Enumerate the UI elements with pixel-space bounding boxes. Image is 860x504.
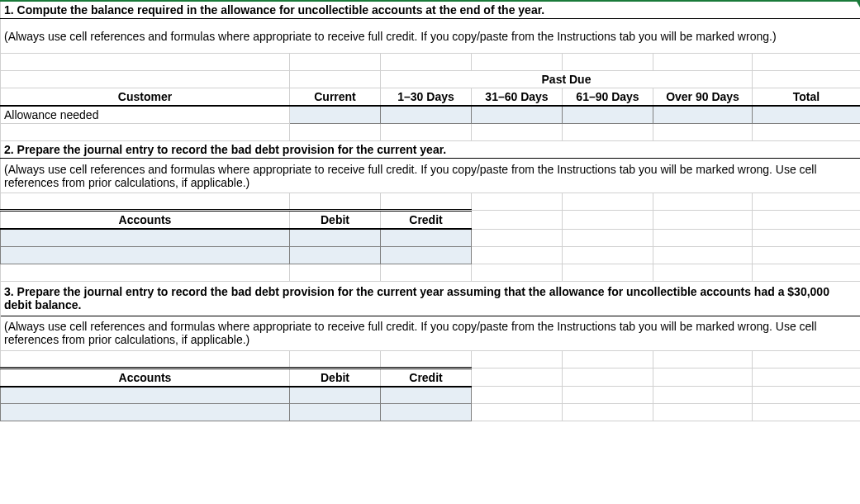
q2-col-accounts: Accounts (1, 211, 290, 230)
row-allowance-label: Allowance needed (1, 106, 290, 124)
q2-credit-2[interactable] (381, 246, 472, 264)
col-1-30: 1–30 Days (381, 88, 472, 107)
q1-note: (Always use cell references and formulas… (1, 19, 861, 54)
q3-title: 3. Prepare the journal entry to record t… (1, 281, 861, 316)
past-due-header: Past Due (381, 71, 753, 88)
col-customer: Customer (1, 88, 290, 107)
col-over-90: Over 90 Days (653, 88, 753, 107)
input-over-90[interactable] (653, 106, 753, 124)
input-61-90[interactable] (563, 106, 653, 124)
q2-col-debit: Debit (290, 211, 381, 230)
q2-col-credit: Credit (381, 211, 472, 230)
input-total[interactable] (753, 106, 861, 124)
q3-col-accounts: Accounts (1, 368, 290, 387)
input-current[interactable] (290, 106, 381, 124)
q3-debit-1[interactable] (290, 387, 381, 404)
q2-debit-1[interactable] (290, 229, 381, 246)
q2-credit-1[interactable] (381, 229, 472, 246)
q3-accounts-1[interactable] (1, 387, 290, 404)
input-31-60[interactable] (472, 106, 563, 124)
q3-accounts-2[interactable] (1, 404, 290, 421)
q3-col-debit: Debit (290, 368, 381, 387)
col-61-90: 61–90 Days (563, 88, 653, 107)
col-total: Total (753, 88, 861, 107)
q3-credit-2[interactable] (381, 404, 472, 421)
q3-col-credit: Credit (381, 368, 472, 387)
input-1-30[interactable] (381, 106, 472, 124)
spreadsheet-grid[interactable]: 1. Compute the balance required in the a… (0, 0, 860, 421)
q2-accounts-2[interactable] (1, 246, 290, 264)
q2-note: (Always use cell references and formulas… (1, 159, 861, 193)
q1-title: 1. Compute the balance required in the a… (1, 1, 861, 19)
q2-accounts-1[interactable] (1, 229, 290, 246)
q3-note: (Always use cell references and formulas… (1, 316, 861, 350)
q3-credit-1[interactable] (381, 387, 472, 404)
col-current: Current (290, 88, 381, 107)
q3-debit-2[interactable] (290, 404, 381, 421)
q2-debit-2[interactable] (290, 246, 381, 264)
col-31-60: 31–60 Days (472, 88, 563, 107)
q2-title: 2. Prepare the journal entry to record t… (1, 141, 861, 159)
